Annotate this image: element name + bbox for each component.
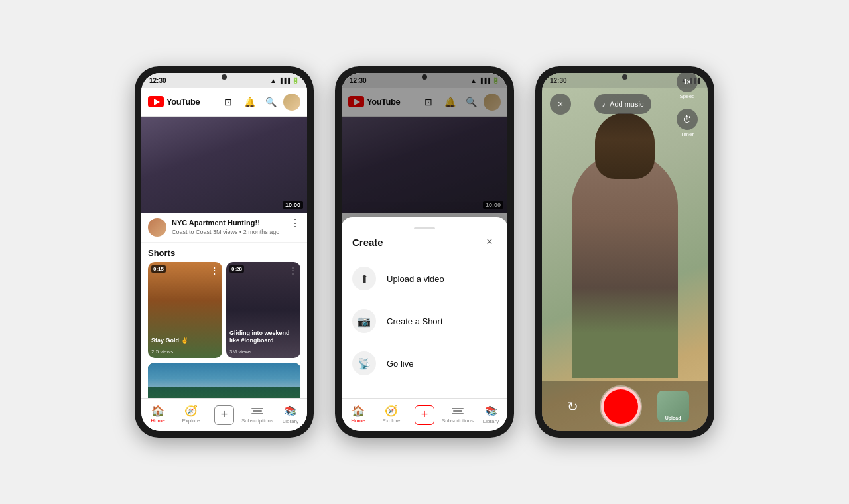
- modal-title: Create: [352, 237, 383, 248]
- phone-1-short-card-2[interactable]: 0:28 ⋮ Gliding into weekend like #longbo…: [226, 262, 300, 358]
- camera-close-button[interactable]: ×: [550, 94, 571, 115]
- nav-explore[interactable]: 🧭 Explore: [174, 403, 208, 426]
- home-label: Home: [151, 418, 164, 424]
- phone-2: 12:30 ▲ ▐▐▐ 🔋 YouTube ⊡ 🔔 🔍: [335, 66, 514, 438]
- phone-1-yt-logo-text: YouTube: [166, 97, 200, 107]
- timer-control[interactable]: ⏱ Timer: [675, 109, 700, 137]
- phone-1-video-info: NYC Apartment Hunting!! Coast to Coast 3…: [141, 213, 307, 243]
- create-btn-2[interactable]: +: [415, 405, 434, 425]
- nav-explore-2[interactable]: 🧭 Explore: [375, 403, 408, 426]
- phone-2-screen: 12:30 ▲ ▐▐▐ 🔋 YouTube ⊡ 🔔 🔍: [342, 73, 507, 431]
- avatar-icon[interactable]: [283, 94, 300, 111]
- flip-icon: ↻: [567, 399, 578, 414]
- camera-bottom-bar: ↻ Upload: [542, 381, 708, 431]
- timer-label: Timer: [681, 131, 694, 137]
- nav-subscriptions[interactable]: Subscriptions: [241, 403, 274, 426]
- library-icon-2: 📚: [485, 405, 497, 417]
- phone-1-video-bg: [141, 117, 307, 213]
- short-2-duration: 0:28: [229, 265, 244, 273]
- create-modal: Create × ⬆ Upload a video 📷 Create a Sho…: [342, 217, 507, 398]
- phone-2-bottom-nav: 🏠 Home 🧭 Explore + Subscriptions: [342, 398, 507, 431]
- camera-record-button[interactable]: [601, 387, 641, 426]
- library-icon: 📚: [285, 405, 297, 417]
- phone-2-notch: [398, 66, 451, 73]
- camera-screen: 12:30 ▲ ▐▐▐ × ♪ Add music: [542, 73, 708, 431]
- modal-close-button[interactable]: ×: [482, 235, 497, 249]
- speed-control[interactable]: 1× Speed: [675, 73, 700, 99]
- explore-label: Explore: [182, 418, 200, 424]
- camera-right-buttons: 1× Speed ⏱ Timer: [675, 73, 700, 137]
- wifi-icon: ▲: [270, 77, 277, 84]
- camera-upload-button[interactable]: Upload: [657, 391, 689, 422]
- phone-1-status-icons: ▲ ▐▐▐ 🔋: [270, 77, 299, 84]
- nav-home-2[interactable]: 🏠 Home: [342, 403, 375, 426]
- nav-library-2[interactable]: 📚 Library: [474, 403, 507, 427]
- phone-3: 12:30 ▲ ▐▐▐ × ♪ Add music: [535, 66, 714, 438]
- nav-create[interactable]: +: [208, 403, 241, 428]
- search-icon[interactable]: 🔍: [262, 94, 279, 111]
- phone-1-shorts-title: Shorts: [141, 243, 307, 262]
- subscriptions-label-2: Subscriptions: [442, 418, 474, 424]
- create-btn[interactable]: +: [214, 405, 234, 425]
- modal-live-label: Go live: [387, 359, 413, 369]
- speed-circle: 1×: [677, 73, 698, 92]
- modal-header: Create ×: [342, 235, 507, 257]
- phone-1-video-thumb[interactable]: 10:00: [141, 117, 307, 213]
- nav-create-2[interactable]: +: [408, 403, 441, 428]
- subscriptions-icon-2: [451, 406, 464, 416]
- library-label-2: Library: [483, 418, 499, 424]
- phone-1-bottom-nav: 🏠 Home 🧭 Explore + Subscriptions: [141, 398, 307, 431]
- library-label: Library: [283, 418, 298, 424]
- explore-icon: 🧭: [184, 406, 198, 416]
- phone-1-screen: 12:30 ▲ ▐▐▐ 🔋 YouTube ⊡ 🔔 🔍: [141, 73, 307, 431]
- short-1-views: 2.5 views: [151, 349, 173, 355]
- phone-1-time: 12:30: [149, 77, 166, 84]
- nav-library[interactable]: 📚 Library: [274, 403, 307, 427]
- modal-item-upload[interactable]: ⬆ Upload a video: [342, 257, 507, 300]
- modal-item-short[interactable]: 📷 Create a Short: [342, 300, 507, 342]
- camera-time: 12:30: [550, 77, 567, 84]
- add-music-button[interactable]: ♪ Add music: [594, 94, 652, 114]
- upload-icon: ⬆: [352, 267, 376, 290]
- landscape-overlay: [148, 363, 300, 398]
- short-1-more[interactable]: ⋮: [210, 265, 219, 275]
- modal-upload-label: Upload a video: [387, 274, 444, 284]
- phone-3-screen: 12:30 ▲ ▐▐▐ × ♪ Add music: [542, 73, 708, 431]
- explore-label-2: Explore: [382, 418, 400, 424]
- phone-1-yt-header: YouTube ⊡ 🔔 🔍: [141, 88, 307, 117]
- cast-icon[interactable]: ⊡: [220, 94, 237, 111]
- short-1-label: Stay Gold ✌: [151, 337, 219, 345]
- yt-logo-icon: [148, 96, 164, 107]
- phone-1-shorts-row: 0:15 ⋮ Stay Gold ✌ 2.5 views 0:28 ⋮ Glid…: [141, 262, 307, 358]
- phone-1-short-card-1[interactable]: 0:15 ⋮ Stay Gold ✌ 2.5 views: [148, 262, 222, 358]
- phone-1-channel-avatar: [148, 218, 166, 237]
- phone-1-video-duration: 10:00: [283, 201, 303, 209]
- home-icon-2: 🏠: [352, 406, 365, 416]
- bell-icon[interactable]: 🔔: [241, 94, 258, 111]
- person-head: [595, 113, 655, 179]
- phone-1: 12:30 ▲ ▐▐▐ 🔋 YouTube ⊡ 🔔 🔍: [135, 66, 314, 438]
- nav-home[interactable]: 🏠 Home: [141, 403, 174, 426]
- signal-icon: ▐▐▐: [279, 78, 290, 84]
- short-2-more[interactable]: ⋮: [289, 265, 297, 275]
- phone-1-notch: [198, 66, 251, 73]
- phone-1-landscape-card[interactable]: [148, 363, 300, 398]
- phone-3-camera: [622, 74, 627, 80]
- phone-1-video-more[interactable]: ⋮: [290, 218, 300, 237]
- upload-label: Upload: [665, 416, 681, 420]
- modal-drag-handle: [414, 227, 435, 229]
- nav-subscriptions-2[interactable]: Subscriptions: [441, 403, 474, 426]
- modal-short-label: Create a Short: [387, 316, 443, 326]
- phone-1-camera: [222, 74, 227, 80]
- home-icon: 🏠: [151, 406, 164, 416]
- person-silhouette: [572, 153, 678, 378]
- live-icon: 📡: [352, 351, 376, 375]
- subscriptions-icon: [251, 406, 264, 416]
- phone-1-yt-logo: YouTube: [148, 96, 200, 107]
- short-1-duration: 0:15: [151, 265, 166, 273]
- music-note-icon: ♪: [602, 100, 606, 108]
- timer-circle: ⏱: [677, 109, 698, 130]
- camera-flip-button[interactable]: ↻: [560, 395, 584, 418]
- phone-3-notch: [598, 66, 651, 73]
- modal-item-live[interactable]: 📡 Go live: [342, 342, 507, 385]
